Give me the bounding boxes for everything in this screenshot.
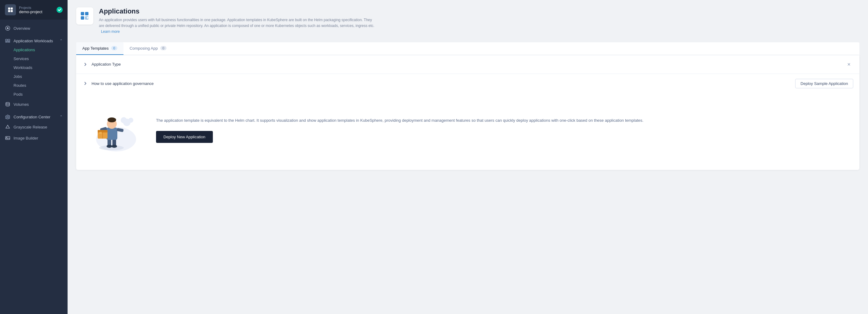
- sidebar-project-info: Projects demo-project: [19, 6, 42, 14]
- tab-app-templates-label: App Templates: [82, 46, 109, 50]
- sidebar-projects-label: Projects: [19, 6, 42, 9]
- sidebar-item-workloads[interactable]: Workloads: [0, 63, 68, 72]
- sidebar-item-overview[interactable]: Overview: [0, 23, 68, 34]
- svg-rect-26: [106, 128, 117, 140]
- panel-text: The application template is equivalent t…: [156, 117, 847, 143]
- svg-point-24: [106, 145, 112, 148]
- sidebar-section-app-workloads[interactable]: Application Workloads ⌃: [0, 34, 68, 45]
- accordion-row1-title: Application Type: [92, 62, 842, 67]
- sidebar-nav: Overview Application Workloads ⌃ Applica…: [0, 20, 68, 314]
- tab-composing-app-label: Composing App: [130, 46, 158, 50]
- image-icon: [5, 135, 10, 141]
- page-header-icon: [76, 7, 93, 25]
- svg-rect-8: [5, 41, 7, 42]
- sidebar: Projects demo-project Overview Applicati…: [0, 0, 68, 314]
- svg-rect-1: [11, 8, 13, 10]
- accordion-row-governance[interactable]: How to use application governance Deploy…: [76, 74, 859, 93]
- svg-point-25: [112, 145, 117, 148]
- sidebar-item-routes-label: Routes: [13, 83, 26, 88]
- volumes-icon: [5, 102, 10, 107]
- svg-rect-34: [99, 132, 102, 134]
- svg-rect-15: [85, 12, 89, 15]
- sidebar-item-jobs[interactable]: Jobs: [0, 72, 68, 81]
- sidebar-item-volumes[interactable]: Volumes: [0, 99, 68, 110]
- svg-point-11: [7, 116, 9, 118]
- svg-point-10: [6, 102, 9, 104]
- svg-rect-7: [8, 39, 10, 41]
- page-description-text: An application provides users with full …: [99, 18, 374, 28]
- panel-description: The application template is equivalent t…: [156, 117, 847, 124]
- page-description: An application provides users with full …: [99, 17, 375, 35]
- sidebar-item-services-label: Services: [13, 57, 29, 61]
- content-area: Applications An application provides use…: [68, 0, 868, 314]
- workloads-icon: [5, 38, 10, 43]
- panel-illustration: [89, 105, 137, 154]
- svg-point-5: [7, 27, 9, 29]
- svg-rect-6: [5, 39, 7, 41]
- tab-app-templates[interactable]: App Templates 0: [76, 42, 123, 55]
- accordion-row2-title: How to use application governance: [92, 81, 795, 86]
- sidebar-item-config-center-label: Configuration Center: [13, 115, 50, 119]
- sidebar-project-name: demo-project: [19, 9, 42, 14]
- page-title: Applications: [99, 7, 859, 15]
- card-area: Application Type ✕ How to use applicatio…: [76, 55, 859, 170]
- overview-icon: [5, 26, 10, 31]
- content-panel: The application template is equivalent t…: [76, 93, 859, 170]
- grayscale-icon: [5, 124, 10, 130]
- tabs-card-wrapper: App Templates 0 Composing App 0 Appli: [76, 42, 859, 170]
- svg-rect-9: [8, 41, 10, 42]
- learn-more-link[interactable]: Learn more: [101, 29, 120, 34]
- sidebar-logo: [5, 4, 16, 15]
- tab-composing-app-count: 0: [160, 46, 166, 50]
- sidebar-item-image-builder-label: Image Builder: [13, 136, 38, 140]
- svg-rect-2: [8, 10, 10, 12]
- tab-composing-app[interactable]: Composing App 0: [123, 42, 173, 55]
- config-icon: [5, 114, 10, 119]
- svg-point-37: [128, 118, 133, 123]
- deploy-new-application-button[interactable]: Deploy New Application: [156, 131, 213, 143]
- accordion-chevron-icon: [82, 61, 89, 67]
- svg-rect-16: [81, 16, 84, 20]
- sidebar-item-jobs-label: Jobs: [13, 74, 22, 79]
- sidebar-item-config-center[interactable]: Configuration Center ⌃: [0, 110, 68, 121]
- sidebar-section-chevron-icon: ⌃: [60, 39, 63, 43]
- sidebar-item-pods[interactable]: Pods: [0, 90, 68, 99]
- tab-app-templates-count: 0: [111, 46, 117, 50]
- sidebar-item-pods-label: Pods: [13, 92, 23, 97]
- tabs-container: App Templates 0 Composing App 0: [76, 42, 859, 55]
- sidebar-section-app-workloads-label: Application Workloads: [13, 39, 53, 43]
- accordion-governance-chevron-icon: [82, 80, 89, 86]
- sidebar-item-image-builder[interactable]: Image Builder: [0, 133, 68, 143]
- sidebar-header[interactable]: Projects demo-project: [0, 0, 68, 20]
- svg-rect-3: [11, 10, 13, 12]
- svg-rect-14: [81, 12, 84, 15]
- sidebar-item-grayscale-label: Grayscale Release: [13, 125, 47, 129]
- deploy-sample-button[interactable]: Deploy Sample Application: [795, 79, 853, 88]
- sidebar-config-chevron-icon: ⌃: [60, 115, 63, 119]
- sidebar-item-workloads-label: Workloads: [13, 65, 32, 70]
- sidebar-status-badge: [57, 7, 63, 13]
- sidebar-item-services[interactable]: Services: [0, 54, 68, 63]
- svg-rect-0: [8, 8, 10, 10]
- close-icon[interactable]: ✕: [845, 60, 853, 69]
- sidebar-item-overview-label: Overview: [13, 26, 30, 31]
- page-header-content: Applications An application provides use…: [99, 7, 859, 35]
- page-header: Applications An application provides use…: [76, 7, 859, 35]
- sidebar-item-volumes-label: Volumes: [13, 102, 29, 107]
- sidebar-item-applications[interactable]: Applications: [0, 45, 68, 54]
- svg-point-36: [121, 117, 127, 123]
- accordion-row-application-type[interactable]: Application Type ✕: [76, 55, 859, 74]
- sidebar-item-routes[interactable]: Routes: [0, 81, 68, 90]
- sidebar-item-grayscale[interactable]: Grayscale Release: [0, 121, 68, 133]
- sidebar-item-applications-label: Applications: [13, 47, 35, 52]
- main-content: Applications An application provides use…: [68, 0, 868, 314]
- svg-point-30: [107, 117, 116, 123]
